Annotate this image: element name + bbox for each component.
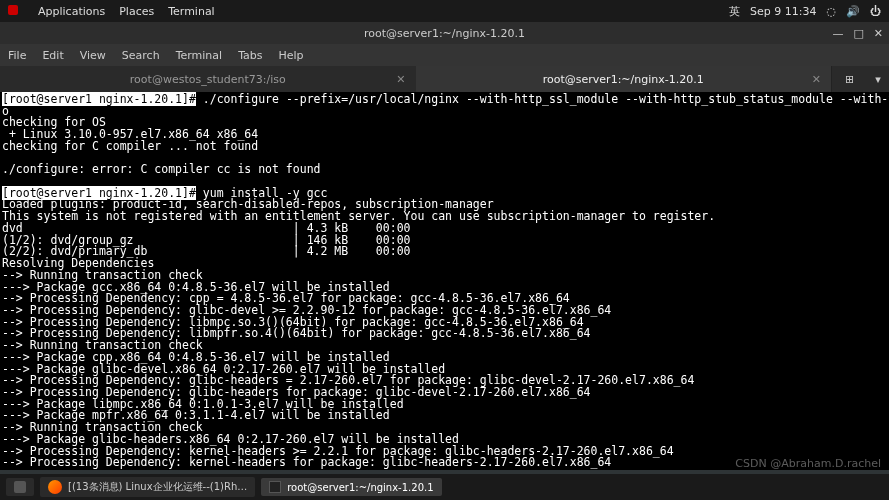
menu-places[interactable]: Places bbox=[119, 5, 154, 18]
menu-terminal[interactable]: Terminal bbox=[168, 5, 215, 18]
menu-terminal[interactable]: Terminal bbox=[176, 49, 223, 62]
menu-tabs[interactable]: Tabs bbox=[238, 49, 262, 62]
menu-view[interactable]: View bbox=[80, 49, 106, 62]
close-button[interactable]: ✕ bbox=[874, 27, 883, 40]
cmd: ./configure --prefix=/usr/local/nginx --… bbox=[196, 92, 889, 106]
prompt: [root@server1 nginx-1.20.1]# bbox=[2, 92, 196, 106]
maximize-button[interactable]: □ bbox=[853, 27, 863, 40]
clock[interactable]: Sep 9 11:34 bbox=[750, 5, 816, 18]
watermark: CSDN @Abraham.D.rachel bbox=[735, 457, 881, 470]
gnome-topbar: Applications Places Terminal 英 Sep 9 11:… bbox=[0, 0, 889, 22]
tab-label: root@server1:~/nginx-1.20.1 bbox=[543, 73, 704, 86]
firefox-icon bbox=[48, 480, 62, 494]
window-titlebar: root@server1:~/nginx-1.20.1 — □ ✕ bbox=[0, 22, 889, 44]
close-icon[interactable]: ✕ bbox=[812, 73, 821, 86]
volume-icon[interactable]: 🔊 bbox=[846, 5, 860, 18]
taskbar-terminal[interactable]: root@server1:~/nginx-1.20.1 bbox=[261, 478, 441, 496]
menu-search[interactable]: Search bbox=[122, 49, 160, 62]
tab-server1[interactable]: root@server1:~/nginx-1.20.1 ✕ bbox=[416, 66, 832, 92]
menu-edit[interactable]: Edit bbox=[42, 49, 63, 62]
activities-icon[interactable] bbox=[8, 5, 18, 15]
tab-westos[interactable]: root@westos_student73:/iso ✕ bbox=[0, 66, 416, 92]
tab-label: root@westos_student73:/iso bbox=[130, 73, 286, 86]
tab-menu-button[interactable]: ▾ bbox=[867, 66, 889, 92]
show-desktop-button[interactable] bbox=[6, 478, 34, 496]
menu-help[interactable]: Help bbox=[279, 49, 304, 62]
terminal-icon bbox=[269, 481, 281, 493]
terminal-output[interactable]: [root@server1 nginx-1.20.1]# ./configure… bbox=[0, 92, 889, 470]
menu-file[interactable]: File bbox=[8, 49, 26, 62]
taskbar-label: [(13条消息) Linux企业化运维--(1)Rh… bbox=[68, 480, 247, 494]
taskbar-label: root@server1:~/nginx-1.20.1 bbox=[287, 482, 433, 493]
minimize-button[interactable]: — bbox=[832, 27, 843, 40]
close-icon[interactable]: ✕ bbox=[396, 73, 405, 86]
out: checking for C compiler ... not found bbox=[2, 139, 258, 153]
menu-applications[interactable]: Applications bbox=[38, 5, 105, 18]
terminal-menubar: File Edit View Search Terminal Tabs Help bbox=[0, 44, 889, 66]
window-title: root@server1:~/nginx-1.20.1 bbox=[364, 27, 525, 40]
desktop-icon bbox=[14, 481, 26, 493]
terminal-tabbar: root@westos_student73:/iso ✕ root@server… bbox=[0, 66, 889, 92]
network-icon[interactable]: ◌ bbox=[826, 5, 836, 18]
new-tab-button[interactable]: ⊞ bbox=[831, 66, 867, 92]
taskbar: [(13条消息) Linux企业化运维--(1)Rh… root@server1… bbox=[0, 474, 889, 500]
out: ./configure: error: C compiler cc is not… bbox=[2, 162, 321, 176]
out: --> Processing Dependency: kernel-header… bbox=[2, 455, 611, 469]
taskbar-firefox[interactable]: [(13条消息) Linux企业化运维--(1)Rh… bbox=[40, 477, 255, 497]
power-icon[interactable]: ⏻ bbox=[870, 5, 881, 18]
input-method-indicator[interactable]: 英 bbox=[729, 4, 740, 19]
